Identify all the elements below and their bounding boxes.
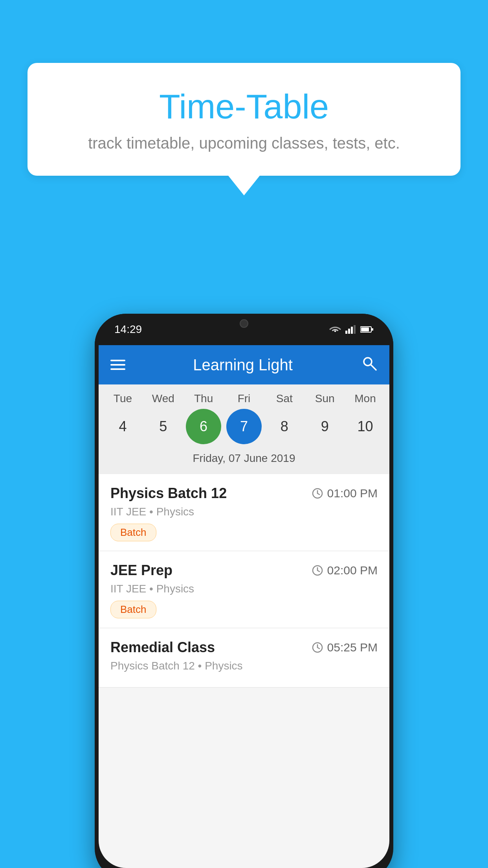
- status-icons: [329, 325, 374, 334]
- svg-line-11: [317, 493, 319, 495]
- batch-tag-1: Batch: [110, 601, 156, 618]
- schedule-item-0-header: Physics Batch 12 01:00 PM: [110, 485, 378, 502]
- clock-icon: [312, 487, 323, 499]
- svg-line-8: [371, 365, 376, 370]
- speech-bubble: Time-Table track timetable, upcoming cla…: [28, 63, 460, 176]
- schedule-item-2-subtitle: Physics Batch 12 • Physics: [110, 660, 378, 672]
- day-label-wed: Wed: [145, 392, 181, 405]
- day-label-mon: Mon: [347, 392, 383, 405]
- clock-icon-1: [312, 565, 323, 576]
- day-8[interactable]: 8: [267, 409, 302, 444]
- days-numbers: 4 5 6 7 8 9 10: [103, 409, 385, 444]
- schedule-item-0-subtitle: IIT JEE • Physics: [110, 506, 378, 518]
- schedule-item-0[interactable]: Physics Batch 12 01:00 PM IIT JEE • Phys…: [99, 474, 389, 551]
- day-label-sat: Sat: [267, 392, 302, 405]
- speech-bubble-title: Time-Table: [59, 86, 429, 127]
- signal-icon: [345, 325, 356, 334]
- day-4[interactable]: 4: [105, 409, 140, 444]
- status-bar: 14:29: [95, 314, 393, 345]
- day-9[interactable]: 9: [307, 409, 343, 444]
- day-5[interactable]: 5: [145, 409, 181, 444]
- svg-rect-2: [351, 327, 353, 334]
- phone-notch: [213, 314, 275, 333]
- day-label-fri: Fri: [226, 392, 262, 405]
- schedule-item-0-time: 01:00 PM: [312, 487, 378, 500]
- day-label-sun: Sun: [307, 392, 343, 405]
- clock-icon-2: [312, 642, 323, 653]
- svg-rect-6: [372, 328, 373, 331]
- schedule-item-2-title: Remedial Class: [110, 639, 215, 656]
- days-header: Tue Wed Thu Fri Sat Sun Mon: [103, 392, 385, 405]
- schedule-item-1-title: JEE Prep: [110, 562, 172, 579]
- svg-line-14: [317, 570, 319, 572]
- wifi-icon: [329, 325, 341, 334]
- selected-date-label: Friday, 07 June 2019: [103, 450, 385, 470]
- menu-button[interactable]: [110, 360, 125, 370]
- svg-rect-1: [348, 329, 350, 334]
- day-7-selected[interactable]: 7: [226, 409, 262, 444]
- schedule-item-1[interactable]: JEE Prep 02:00 PM IIT JEE • Physics Batc…: [99, 551, 389, 628]
- schedule-item-0-title: Physics Batch 12: [110, 485, 227, 502]
- schedule-item-2-time: 05:25 PM: [312, 641, 378, 654]
- schedule-item-2-header: Remedial Class 05:25 PM: [110, 639, 378, 656]
- phone-camera: [240, 319, 248, 328]
- status-time: 14:29: [114, 323, 142, 336]
- day-label-thu: Thu: [186, 392, 221, 405]
- batch-tag-0: Batch: [110, 524, 156, 541]
- schedule-item-1-subtitle: IIT JEE • Physics: [110, 583, 378, 595]
- app-title: Learning Light: [193, 356, 293, 374]
- svg-line-17: [317, 647, 319, 649]
- day-10[interactable]: 10: [347, 409, 383, 444]
- schedule-item-1-header: JEE Prep 02:00 PM: [110, 562, 378, 579]
- calendar-strip: Tue Wed Thu Fri Sat Sun Mon 4 5 6 7 8 9 …: [99, 384, 389, 474]
- svg-rect-0: [345, 331, 347, 334]
- day-label-tue: Tue: [105, 392, 140, 405]
- speech-bubble-subtitle: track timetable, upcoming classes, tests…: [59, 134, 429, 152]
- phone-frame: 14:29: [95, 314, 393, 868]
- phone-screen: Learning Light Tue Wed Thu Fri Sat Sun M…: [99, 345, 389, 868]
- schedule-list: Physics Batch 12 01:00 PM IIT JEE • Phys…: [99, 474, 389, 688]
- day-6-today[interactable]: 6: [186, 409, 221, 444]
- schedule-item-1-time: 02:00 PM: [312, 564, 378, 577]
- app-bar: Learning Light: [99, 345, 389, 384]
- menu-line-3: [110, 368, 125, 370]
- search-button[interactable]: [360, 354, 378, 375]
- speech-bubble-tail: [228, 176, 260, 195]
- speech-bubble-container: Time-Table track timetable, upcoming cla…: [28, 63, 460, 195]
- menu-line-1: [110, 360, 125, 361]
- schedule-item-2[interactable]: Remedial Class 05:25 PM Physics Batch 12…: [99, 628, 389, 688]
- svg-rect-3: [354, 325, 356, 334]
- svg-rect-5: [361, 327, 369, 331]
- battery-icon: [360, 326, 374, 333]
- menu-line-2: [110, 364, 125, 366]
